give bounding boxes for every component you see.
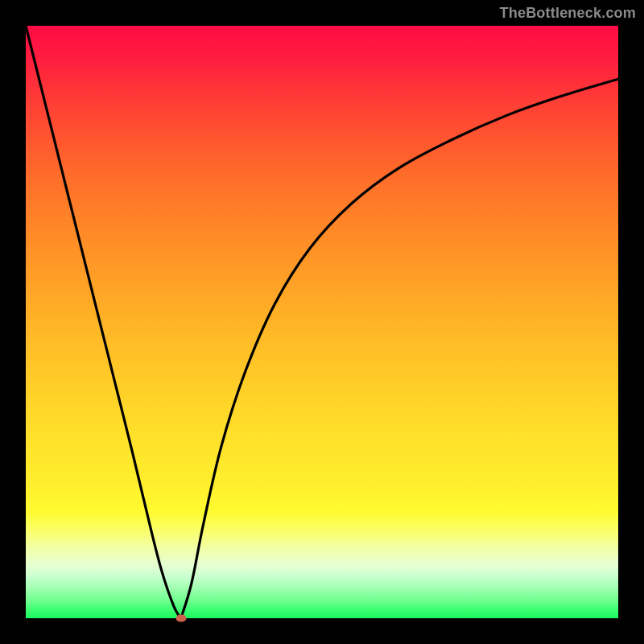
curve-right-branch bbox=[181, 79, 618, 618]
bottleneck-curve bbox=[26, 26, 618, 618]
minimum-marker bbox=[175, 615, 186, 622]
watermark-text: TheBottleneck.com bbox=[500, 5, 636, 22]
plot-area bbox=[26, 26, 618, 618]
curve-left-branch bbox=[26, 26, 181, 618]
chart-frame: TheBottleneck.com bbox=[0, 0, 644, 644]
